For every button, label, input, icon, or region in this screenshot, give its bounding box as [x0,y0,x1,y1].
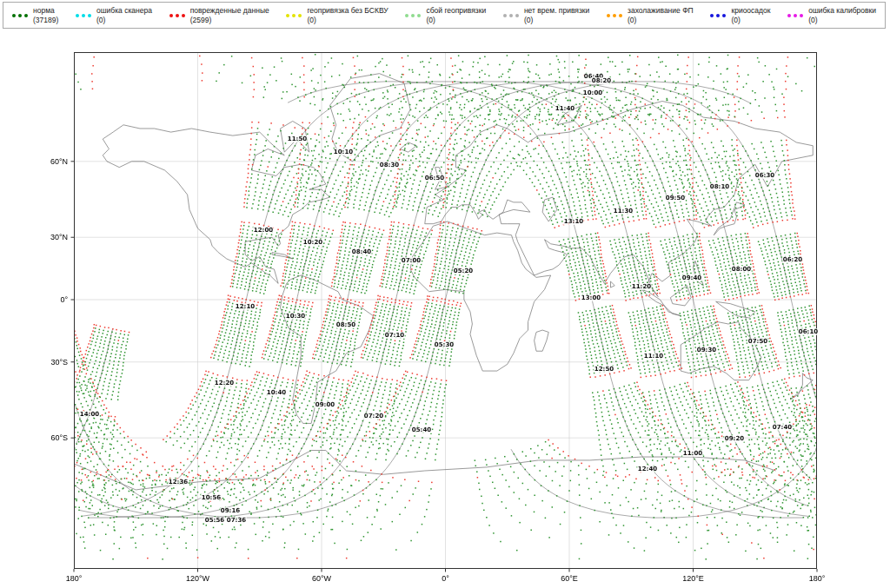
granule-time-label: 11:50 [287,135,308,142]
legend-color-dots [286,14,302,17]
latitude-tick-label: 60°N [50,157,68,166]
satellite-coverage-viewer: норма(37189)ошибка сканера(0)поврежденны… [0,0,890,588]
legend-item-label: захолаживание ФП(0) [628,6,694,23]
granule-time-label: 07:40 [772,424,793,431]
granule-time-label: 09:00 [315,401,335,408]
granule-time-label: 12:50 [594,366,614,373]
granule-time-label: 12:10 [235,303,256,310]
legend-color-dots [607,14,622,17]
granule-time-label: 06:50 [424,175,445,182]
legend-item-7: захолаживание ФП(0) [607,6,694,23]
granule-time-label: 08:20 [591,77,612,84]
legend-color-dots [787,14,803,17]
legend-item-label: ошибка сканера(0) [96,6,152,23]
legend-color-dots [76,14,91,17]
granule-time-label: 05:40 [411,426,432,433]
granule-time-label: 13:10 [563,218,584,225]
granule-time-label: 10:30 [285,313,306,320]
granule-time-label: 09:30 [696,347,717,353]
legend-color-dots [503,14,519,17]
legend-item-label: сбой геопривязки(0) [426,6,486,23]
latitude-tick-label: 30°N [50,233,68,241]
legend-item-label: криоосадок(0) [731,6,770,23]
granule-time-label: 10:10 [333,149,354,155]
legend-item-2: ошибка сканера(0) [76,6,152,23]
granule-time-label: 06:10 [798,328,819,335]
granule-time-label: 11:10 [643,353,664,360]
granule-time-label: 11:30 [613,208,634,215]
legend-color-dots [169,14,185,17]
longitude-tick-label: 180° [66,574,83,583]
granule-time-label: 07:36 [226,517,247,524]
granule-time-label: 07:00 [401,257,422,264]
legend-item-6: нет врем. привязки(0) [503,6,589,23]
granule-time-label: 12:20 [214,380,235,386]
legend-item-label: норма(37189) [33,6,58,23]
granule-time-label: 08:30 [379,162,400,168]
legend-item-1: норма(37189) [12,6,58,23]
legend: норма(37189)ошибка сканера(0)поврежденны… [3,2,886,29]
granule-time-label: 11:20 [631,283,652,290]
granule-time-label: 09:50 [665,195,686,202]
granule-time-label: 05:20 [453,268,474,274]
granule-time-label: 05:30 [434,341,455,348]
latitude-tick-label: 0° [60,295,68,304]
granule-time-label: 11:40 [555,105,575,112]
granule-time-label: 08:40 [351,248,372,255]
granule-time-label: 10:40 [266,389,287,396]
latitude-tick-label: 30°S [50,358,68,367]
legend-item-9: ошибка калибровки(0) [787,6,876,23]
longitude-tick-label: 120°E [682,574,704,583]
legend-item-5: сбой геопривязки(0) [405,6,486,23]
granule-time-label: 06:30 [754,172,775,179]
granule-time-label: 07:20 [363,413,384,420]
granule-time-label: 10:56 [201,494,222,501]
longitude-tick-label: 120°W [186,574,209,583]
longitude-tick-label: 0° [442,574,449,583]
latitude-tick-label: 60°S [50,433,68,442]
granule-time-label: 11:00 [682,450,703,457]
granule-time-label: 10:00 [582,89,603,96]
longitude-tick-label: 60°W [312,574,331,583]
granule-time-label: 08:10 [709,183,730,190]
legend-item-4: геопривязка без БСКВУ(0) [286,6,388,23]
granule-time-label: 08:50 [335,321,356,328]
legend-item-8: криоосадок(0) [710,6,770,23]
longitude-tick-label: 60°E [561,574,578,583]
granule-time-label: 07:10 [384,332,405,339]
legend-color-dots [405,14,421,17]
longitude-tick-label: 180° [809,574,826,583]
world-map-canvas [0,0,890,588]
legend-color-dots [12,14,28,17]
granule-time-label: 09:16 [220,507,241,514]
granule-time-label: 06:20 [782,256,803,263]
granule-time-label: 08:00 [731,266,752,273]
granule-time-label: 12:36 [168,479,189,486]
legend-item-label: геопривязка без БСКВУ(0) [307,6,388,23]
granule-time-label: 07:50 [747,338,768,345]
legend-item-3: поврежденные данные(2599) [169,6,269,23]
granule-time-label: 12:00 [253,227,274,234]
granule-time-label: 09:20 [724,435,745,442]
granule-time-label: 09:40 [681,274,702,281]
legend-color-dots [710,14,726,17]
granule-time-label: 12:40 [637,466,658,472]
granule-time-label: 13:00 [581,294,601,301]
granule-time-label: 05:56 [204,517,225,524]
granule-time-label: 10:20 [302,239,323,246]
legend-item-label: ошибка калибровки(0) [808,6,876,23]
legend-item-label: поврежденные данные(2599) [190,6,269,23]
granule-time-label: 14:00 [79,411,100,418]
legend-item-label: нет врем. привязки(0) [524,6,589,23]
